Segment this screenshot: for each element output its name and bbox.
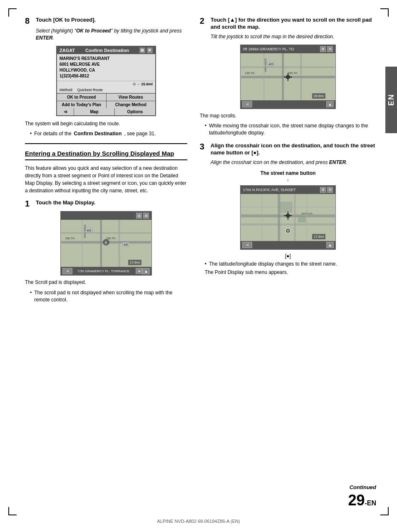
- map-topbar-step1: ⊞ ⊞: [61, 211, 151, 220]
- map-up-arrow-s1[interactable]: ▲: [142, 268, 150, 274]
- map-location-s1: T.50 GRAMERCY PL. TORRANCE.: [72, 269, 136, 273]
- svg-text:405: 405: [268, 63, 273, 66]
- step-1-title: Touch the Map Display.: [36, 199, 95, 206]
- map-star-s1: ★: [136, 268, 142, 274]
- svg-text:⊕: ⊕: [105, 241, 108, 244]
- svg-rect-38: [298, 216, 306, 222]
- step-3: 3 Align the crosshair icon on the destin…: [200, 142, 376, 276]
- zagat-ok-btn[interactable]: OK to Proceed: [57, 94, 106, 101]
- section-heading: Entering a Destination by Scrolling Disp…: [25, 149, 187, 160]
- map-icon-1: ⊞: [136, 213, 142, 219]
- circle-btn-label: [●]: [200, 253, 376, 259]
- zagat-brand: ZAGAT: [60, 48, 75, 53]
- zagat-confirm-box: ZAGAT Confirm Destination ▤ ⊞ MARINO'S R…: [56, 46, 156, 116]
- svg-rect-2: [61, 232, 151, 234]
- step-3-caption2: The Point Display sub menu appears.: [205, 269, 376, 276]
- zagat-method-value: Quickest Route: [77, 88, 103, 92]
- svg-rect-5: [82, 220, 83, 267]
- zagat-method-row: Method: Quickest Route: [57, 87, 155, 93]
- step-2-bullet1: While moving the crosshair icon, the str…: [205, 122, 376, 137]
- step-1: 1 Touch the Map Display. ⊞ ⊞: [25, 199, 187, 303]
- step-8-title: Touch [OK to Proceed].: [36, 17, 96, 24]
- step-8-subtitle: Select (highlight) "OK to Proceed" by ti…: [36, 27, 187, 42]
- right-column: 2 Touch [▲] for the direction you want t…: [200, 17, 376, 309]
- zagat-nav-map[interactable]: Map: [74, 108, 114, 115]
- section-divider: [25, 143, 187, 144]
- svg-text:190.TH: 190.TH: [288, 72, 298, 75]
- svg-text:405: 405: [87, 229, 92, 232]
- zagat-nav-bar: ⊲ Map Options: [57, 108, 155, 115]
- zagat-header-icons: ▤ ⊞: [139, 47, 153, 53]
- svg-text:190.TH: 190.TH: [245, 72, 255, 75]
- zagat-icon-1: ▤: [139, 47, 145, 53]
- map-icon-s3-1: ⊞: [320, 187, 326, 193]
- map-scale-s1: 17.8mi: [128, 260, 141, 265]
- map-back-btn-s1[interactable]: ⊲: [62, 268, 72, 274]
- step-2-number: 2: [200, 17, 207, 25]
- zagat-add-plan-btn[interactable]: Add to Today's Plan: [57, 101, 106, 108]
- zagat-change-method-btn[interactable]: Change Method: [107, 101, 156, 108]
- map-topbar-dist-s2: 0ft 18994 GRAMERCY PL. TO: [243, 47, 294, 51]
- map-icon-s3-2: ⊞: [327, 187, 333, 193]
- map-scale-s2: 28.8mi: [312, 93, 325, 99]
- map-topbar-text-s3: 17mi N PACIFIC AVE, SUNSET: [243, 188, 296, 192]
- map-icon-2: ⊞: [143, 213, 149, 219]
- zagat-nav-back[interactable]: ⊲: [57, 108, 74, 115]
- zagat-restaurant-info: MARINO'S RESTAURANT 6001 MELROSE AVE HOL…: [57, 54, 155, 81]
- map-bottombar-step1: ⊲ T.50 GRAMERCY PL. TORRANCE. ★ ▲: [61, 267, 151, 275]
- svg-rect-3: [100, 220, 102, 267]
- page-footer: ALPINE NVD-A802 68-06194Z86-A (EN): [0, 519, 397, 524]
- svg-rect-35: [306, 194, 308, 241]
- map-topbar-icons-s3: ⊞ ⊞: [320, 187, 333, 193]
- svg-text:MAPS EN: MAPS EN: [301, 212, 312, 215]
- step-8: 8 Touch [OK to Proceed]. Select (highlig…: [25, 17, 187, 137]
- step-1-number: 1: [25, 199, 32, 208]
- map-back-btn-s2[interactable]: ⊲: [242, 101, 252, 107]
- step-1-bullet: The scroll pad is not displayed when scr…: [30, 289, 187, 303]
- svg-rect-34: [294, 194, 296, 241]
- zagat-method-label: Method:: [60, 88, 73, 92]
- svg-rect-4: [118, 220, 120, 267]
- step-8-number: 8: [25, 17, 32, 25]
- zagat-restaurant-name: MARINO'S RESTAURANT: [60, 56, 153, 62]
- footer-text: ALPINE NVD-A802 68-06194Z86-A (EN): [157, 519, 240, 524]
- zagat-nav-options[interactable]: Options: [115, 108, 155, 115]
- step-8-bullet: For details of the Confirm Destination, …: [30, 130, 187, 137]
- street-name-button-label: The street name button: [200, 170, 376, 176]
- svg-rect-19: [300, 53, 302, 100]
- svg-text:405: 405: [123, 243, 128, 246]
- svg-point-43: [287, 230, 289, 231]
- zagat-confirm-label: Confirm Destination: [85, 48, 129, 53]
- map-bottombar-step2: ⊲ ▲: [241, 100, 335, 109]
- map-up-arrow-s2[interactable]: ▲: [326, 101, 334, 107]
- zagat-header: ZAGAT Confirm Destination ▤ ⊞: [57, 47, 155, 54]
- step-3-bullet1: The latitude/longitude display changes t…: [205, 261, 376, 268]
- map-back-btn-s3[interactable]: ⊲: [242, 242, 252, 248]
- map-display-step2: 0ft 18994 GRAMERCY PL. TO ⊞ ⊞ 190: [240, 45, 336, 109]
- map-topbar-step3: 17mi N PACIFIC AVE, SUNSET ⊞ ⊞: [241, 186, 335, 194]
- map-scale-s3: 17.8mi: [312, 234, 325, 239]
- map-topbar-step2: 0ft 18994 GRAMERCY PL. TO ⊞ ⊞: [241, 45, 335, 53]
- map-up-arrow-s3[interactable]: ▲: [326, 242, 334, 248]
- zagat-address2: HOLLYWOOD, CA: [60, 67, 153, 73]
- step-3-subtitle: Align the crosshair icon on the destinat…: [211, 159, 376, 166]
- zagat-action-buttons: OK to Proceed View Routes Add to Today's…: [57, 93, 155, 108]
- zagat-address1: 6001 MELROSE AVE: [60, 62, 153, 67]
- step-2-subtitle: Tilt the joystick to scroll the map in t…: [211, 33, 376, 40]
- left-column: 8 Touch [OK to Proceed]. Select (highlig…: [25, 17, 187, 309]
- svg-rect-33: [278, 194, 280, 241]
- zagat-icon-2: ⊞: [147, 47, 153, 53]
- svg-rect-31: [241, 223, 335, 225]
- continued-label: Continued: [350, 484, 376, 490]
- section-body: This feature allows you quick and easy s…: [25, 164, 187, 194]
- step-3-title: Align the crosshair icon on the destinat…: [211, 142, 376, 157]
- step-8-caption: The system will begin calculating the ro…: [25, 120, 187, 127]
- step-2-caption: The map scrolls.: [200, 112, 376, 119]
- zagat-view-routes-btn[interactable]: View Routes: [107, 94, 156, 101]
- step-2-title: Touch [▲] for the direction you want to …: [211, 17, 376, 31]
- page-suffix: -EN: [365, 500, 376, 507]
- map-bottombar-step3: ⊲ ▲: [241, 241, 335, 249]
- zagat-distance: ⊙→ 15.6mi: [57, 81, 155, 87]
- map-icon-s2-1: ⊞: [320, 46, 326, 52]
- map-display-step3: 17mi N PACIFIC AVE, SUNSET ⊞ ⊞: [240, 185, 336, 250]
